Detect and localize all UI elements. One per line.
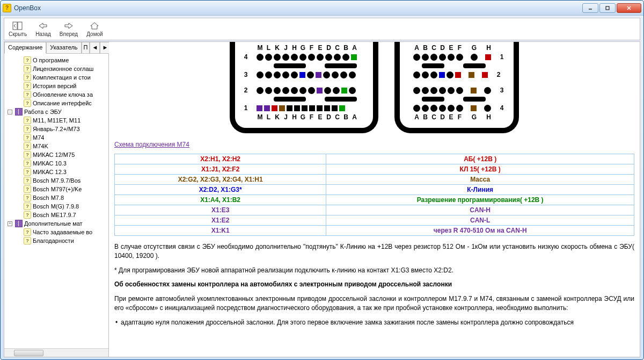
help-icon: ?: [24, 168, 31, 176]
tree-label: Описание интерфейс: [33, 100, 92, 106]
tree-label: М74K: [33, 143, 48, 149]
tree-item[interactable]: ?Bosch M7.8: [5, 193, 107, 202]
titlebar: ? OpenBox: [1, 1, 643, 16]
table-row: X2:D2, X1:G3*К-Линия: [115, 185, 634, 195]
help-icon: ?: [24, 65, 31, 73]
tree-label: МИКАС 10.3: [33, 160, 67, 167]
tree-item[interactable]: ?Комплектация и стои: [5, 73, 107, 82]
tree-item[interactable]: ?МИКАС 10.3: [5, 159, 107, 168]
help-icon: ?: [24, 74, 31, 81]
help-icon: ?: [24, 91, 31, 98]
tab-arrow-left[interactable]: ◄: [90, 42, 100, 53]
book-icon: [15, 220, 23, 227]
tree-item[interactable]: ?М11, М11ЕТ, М11: [5, 116, 107, 125]
tree-item[interactable]: ?О программе: [5, 56, 107, 64]
forward-button[interactable]: Вперед: [57, 20, 80, 38]
table-row: X2:G2, X2:G3, X2:G4, X1:H1Масса: [115, 175, 634, 185]
back-icon: [38, 21, 48, 31]
schema-link[interactable]: Схема подключения М74: [114, 141, 189, 148]
table-row: X1:E3CAN-H: [115, 205, 634, 215]
help-icon: ?: [24, 82, 31, 90]
note-1: В случае отсутствия связи с ЭБУ необходи…: [114, 242, 634, 261]
tree-label: Часто задаваемые во: [33, 229, 92, 235]
desc-cell: К-Линия: [326, 185, 634, 195]
close-button[interactable]: [617, 3, 641, 13]
nav-tree[interactable]: ?О программе?Лицензионное соглаш?Комплек…: [4, 54, 108, 348]
tab-index[interactable]: Указатель: [46, 42, 81, 53]
tree-item[interactable]: ?Благодарности: [5, 236, 107, 245]
help-icon: ?: [24, 99, 31, 107]
tree-item[interactable]: ?М74K: [5, 142, 107, 150]
desc-cell: АБ( +12В ): [326, 154, 634, 164]
tree-item[interactable]: ?Bosch M7.9.7/Bos: [5, 176, 107, 185]
pin-cell: X1:J1, X2:F2: [115, 164, 326, 175]
maximize-button[interactable]: [599, 3, 616, 13]
sidebar-hscroll[interactable]: [4, 348, 108, 357]
table-row: X1:K1через R 470-510 Ом на CAN-H: [115, 226, 634, 236]
window-title: OpenBox: [14, 4, 582, 12]
tree-label: Bosch M797(+)/Ke: [33, 186, 82, 192]
table-row: X1:A4, X1:B2Разрешение программирования(…: [115, 195, 634, 205]
home-button[interactable]: Домой: [84, 20, 105, 38]
help-icon: ?: [24, 228, 31, 236]
tree-item[interactable]: ?Январь-7.2+/М73: [5, 125, 107, 133]
minimize-button[interactable]: [582, 3, 598, 13]
tree-label: Благодарности: [33, 237, 74, 244]
tree-item[interactable]: ?Bosch M(G) 7.9.8: [5, 202, 107, 211]
app-icon: ?: [3, 4, 11, 12]
content-pane[interactable]: MLKJHGFEDCBA 4 3 2 1 MLKJHGFEDCBA ABCDEF…: [109, 42, 640, 357]
tree-label: МИКАС 12.3: [33, 169, 67, 175]
tree-item[interactable]: ?Лицензионное соглаш: [5, 64, 107, 73]
tree-item[interactable]: ?Bosch ME17.9.7: [5, 211, 107, 219]
table-row: X1:J1, X2:F2КЛ 15( +12В ): [115, 164, 634, 175]
tree-item[interactable]: -Работа с ЭБУ: [5, 107, 107, 116]
tree-label: О программе: [33, 57, 69, 63]
svg-rect-5: [18, 22, 22, 30]
tree-label: Bosch M7.8: [33, 195, 64, 201]
book-icon: [15, 108, 23, 116]
scroll-thumb[interactable]: [14, 350, 43, 356]
tree-label: Обновление ключа за: [33, 91, 93, 98]
tree-label: Bosch M7.9.7/Bos: [33, 177, 80, 184]
tree-item[interactable]: ?Описание интерфейс: [5, 99, 107, 107]
back-button[interactable]: Назад: [33, 20, 53, 38]
forward-icon: [63, 21, 74, 31]
tree-label: Дополнительные мат: [24, 220, 83, 227]
toolbar: Скрыть Назад Вперед Домой: [4, 18, 640, 40]
help-icon: ?: [24, 125, 31, 133]
connector-right: ABCDEFGH 1 2 3 4 ABCDEFGH: [394, 42, 519, 133]
expand-icon[interactable]: +: [8, 221, 12, 226]
hide-button[interactable]: Скрыть: [6, 20, 29, 38]
tree-label: Лицензионное соглаш: [33, 66, 93, 72]
heading-features: Об особенностях замены контроллера на ав…: [114, 280, 634, 289]
sidebar: Содержание Указатель П ◄ ► ?О программе?…: [4, 42, 109, 357]
pin-table: X2:H1, X2:H2АБ( +12В )X1:J1, X2:F2КЛ 15(…: [114, 154, 634, 236]
note-2: * Для програмирования ЭБУ новой аппаратн…: [114, 266, 634, 275]
help-icon: ?: [24, 237, 31, 244]
tree-item[interactable]: ?Обновление ключа за: [5, 90, 107, 99]
pin-cell: X1:A4, X1:B2: [115, 195, 326, 205]
tree-item[interactable]: +Дополнительные мат: [5, 219, 107, 228]
help-icon: ?: [24, 211, 31, 219]
tree-label: Bosch ME17.9.7: [33, 212, 76, 218]
tree-item[interactable]: ?Bosch M797(+)/Ke: [5, 185, 107, 193]
table-row: X2:H1, X2:H2АБ( +12В ): [115, 154, 634, 164]
pin-cell: X1:E3: [115, 205, 326, 215]
pin-cell: X1:E2: [115, 215, 326, 226]
tree-label: МИКАС 12/М75: [33, 152, 75, 158]
tree-item[interactable]: ?Часто задаваемые во: [5, 228, 107, 236]
tree-label: Работа с ЭБУ: [24, 109, 62, 115]
tab-search[interactable]: П: [82, 42, 90, 53]
tree-item[interactable]: ?История версий: [5, 82, 107, 90]
tree-item[interactable]: ?М74: [5, 133, 107, 142]
svg-rect-4: [13, 22, 17, 30]
help-icon: ?: [24, 142, 31, 150]
expand-icon[interactable]: -: [8, 110, 12, 114]
tree-item[interactable]: ?МИКАС 12/М75: [5, 150, 107, 159]
content-area: Содержание Указатель П ◄ ► ?О программе?…: [4, 41, 640, 357]
tab-contents[interactable]: Содержание: [4, 42, 46, 54]
tree-item[interactable]: ?МИКАС 12.3: [5, 168, 107, 176]
app-window: ? OpenBox Скрыть Назад Вперед Домой Сод: [0, 0, 644, 360]
connector-diagram: MLKJHGFEDCBA 4 3 2 1 MLKJHGFEDCBA ABCDEF…: [114, 42, 634, 133]
desc-cell: Масса: [326, 175, 634, 185]
